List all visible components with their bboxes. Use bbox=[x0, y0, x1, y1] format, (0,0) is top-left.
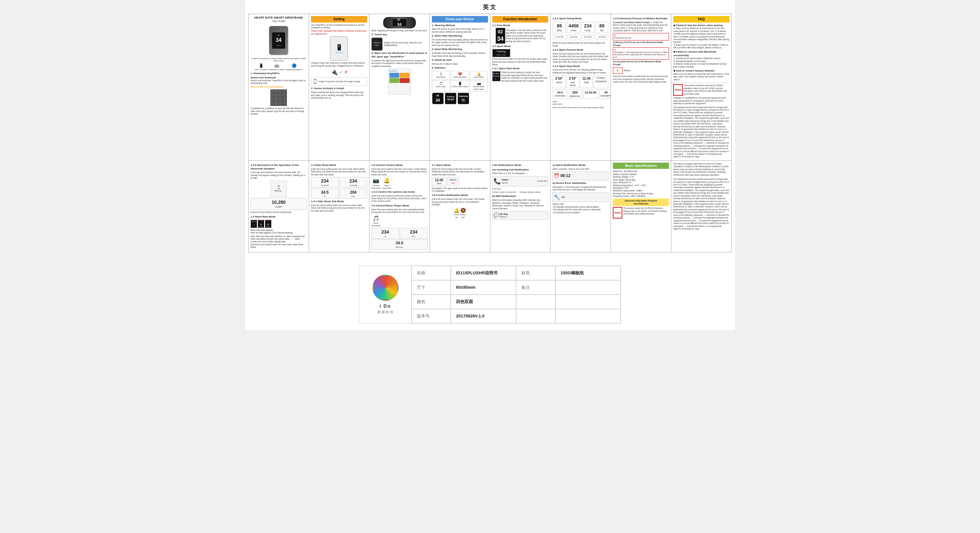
heart-before-label: Before the data appears bbox=[251, 229, 307, 232]
sport-start-desc: [Click the touch button] to switch the n… bbox=[501, 71, 549, 82]
ios-info: 📱 iOS 7.0 & Above bbox=[255, 63, 268, 71]
caller-name: Father bbox=[502, 178, 509, 181]
logo-brand: 爱 都 科 技 bbox=[377, 310, 393, 315]
label-size: 尺寸 bbox=[412, 280, 451, 294]
warning-box-2: ⚠ Description: 1. The movement mode can … bbox=[613, 47, 669, 60]
camera-cell: 1.5 Control Camera Mode [Click the touch… bbox=[369, 161, 430, 253]
sport-stop-title: 1.2.4 Sport Stop Mode bbox=[552, 65, 609, 68]
know-device-cell: Know your Device 1. Wearing Method Wear … bbox=[430, 14, 490, 161]
setting-header: Setting bbox=[311, 16, 367, 22]
faq-bt-title: ◆ Failed to connect with Bluetooth occas… bbox=[673, 50, 729, 57]
rohs-logo: RoHS bbox=[673, 84, 683, 96]
time-display: 02 34 bbox=[496, 28, 505, 44]
music-icon: 🎵 Music Hold down bbox=[371, 215, 380, 227]
activate-desc: Please activate the device by charging b… bbox=[311, 91, 367, 99]
faq-factory-desc: Make sure the device is connected with s… bbox=[673, 73, 729, 81]
mode-camera: 📷Camera Mode Switch mode bbox=[470, 80, 488, 91]
music-stat-2: 234 KCL bbox=[400, 228, 428, 239]
sport-start-display: ▶ Bike Double c... bbox=[492, 71, 500, 81]
value-color-empty bbox=[555, 294, 620, 309]
notifications-cell: 1.81 Notifications Mode a1) Incoming Cal… bbox=[490, 161, 551, 253]
camera-title: 1.5 Control Camera Mode bbox=[371, 164, 428, 167]
stranger-note: Stranger display number bbox=[519, 191, 541, 193]
caller-number: 025-45 bbox=[502, 181, 509, 184]
compliance-detail: This device complies with Part 15 of the… bbox=[673, 163, 729, 177]
intro-cell: HEART RATE SMART WRISTBAND User Guide 02… bbox=[248, 14, 309, 161]
compliance-section: RoHS This product conforms with the EU R… bbox=[673, 83, 729, 158]
data-show-cell: 1.4 Data Show Mode [Click the touch butt… bbox=[309, 161, 369, 253]
battery-warning-desc: Battery bbox=[624, 69, 630, 72]
mode-music: 🎵Music mode bbox=[432, 80, 450, 91]
touch-title: 3. Touch key bbox=[371, 33, 428, 37]
mode-heart: ❤️Heart rate Mode bbox=[451, 71, 469, 80]
exit-prompt: [Click the touch button] exit the wait p… bbox=[251, 211, 307, 213]
music-stat-1: 234 ♥ bbox=[371, 228, 399, 239]
label-name: 名称 bbox=[412, 266, 451, 280]
camera-icon-main: 📷 Camera Hold down bbox=[371, 177, 380, 189]
mode-alarm: 🔔Alarm Mode bbox=[470, 71, 488, 80]
value-name: ID115PLUSHR说明书 bbox=[451, 266, 516, 280]
sport-stop-desc: At the end of the exercise, the followin… bbox=[552, 68, 609, 74]
music-desc: [Click the touch button] enter the next … bbox=[371, 208, 428, 214]
abnormal-item-3-desc: Click the touch button to determine: the… bbox=[613, 75, 669, 83]
value-note bbox=[555, 280, 620, 294]
device-image: 02 34 ━━━━ bbox=[269, 26, 288, 55]
going-stats: 89BPM 4456STEP 234KCAL 89KM bbox=[552, 22, 609, 33]
wearing-desc: Wear the device on your wrist horizontal… bbox=[432, 28, 488, 33]
data-stat-2: 234 12:34:56 bbox=[339, 177, 367, 188]
setting-desc: Use VeryFitPro on iOS or Android smart p… bbox=[311, 24, 367, 29]
sport-display: Training Hold: OUE bbox=[492, 49, 510, 57]
music-stat-3: 34.5 204 KCL bbox=[371, 239, 428, 249]
plug-icon: 🔌 bbox=[331, 68, 338, 76]
warning-box-1: ⚠ Pop timeout Quit 3Ss bbox=[613, 33, 669, 41]
qr-note: It probably has a problem to open the li… bbox=[251, 107, 307, 115]
data-show-desc: [Click the touch button] enter the next … bbox=[311, 168, 367, 176]
device-error-desc: Description: In the discovery of equipme… bbox=[552, 186, 609, 191]
error-codes: Status code: -02 indicates accelerometer… bbox=[552, 203, 609, 214]
value-color: 四色双面 bbox=[451, 294, 516, 309]
search-download: Search and download bbox=[251, 76, 307, 80]
bottom-table-section: i Do 爱 都 科 技 名称 ID115PLUSHR说明书 材质 105G铜板… bbox=[248, 262, 732, 327]
abnormal-title: 1.2.5 Abnormal Process of Motion Reminde… bbox=[613, 17, 669, 21]
fcc-text: This equipment has been tested and found… bbox=[673, 106, 729, 158]
fcc-detail: This equipment has been tested and found… bbox=[673, 178, 729, 230]
hr-monitor-title: 2. Heart Rate Monitoring bbox=[432, 34, 488, 38]
charging-note: Charger Plug it into USB port to charge … bbox=[311, 62, 367, 67]
phone-image: 📱 VeryFitPro bbox=[330, 36, 348, 61]
alarm-notif-title: c) Alarm Notification Mode bbox=[552, 164, 609, 167]
android-info: 🤖 Android4.4 & Above bbox=[269, 63, 285, 71]
compliance-detail-cell: This device complies with Part 15 of the… bbox=[671, 161, 732, 253]
abnormal-cell: 1.2.5 Abnormal Process of Motion Reminde… bbox=[611, 14, 671, 161]
user-guide-label: User Guide bbox=[251, 20, 307, 23]
camera-sub-title: 1.5.1 Control the camera sub mode bbox=[371, 190, 428, 194]
sms-title: b) SMS Notification bbox=[492, 195, 549, 198]
standby-desc: Normal use of about 8 days bbox=[432, 63, 488, 65]
download-title: 1. Download VeryFitPro bbox=[251, 72, 307, 75]
hr-monitor-desc: To monitor Heart rate accurately, please… bbox=[432, 38, 488, 47]
sport-mode-desc: [Press the touch button for 2s] enter th… bbox=[492, 58, 549, 66]
double-click-label: Double-click bbox=[537, 180, 547, 182]
value-version-empty bbox=[555, 309, 620, 323]
waiting-screen: ⌛ Waiting... bbox=[270, 181, 287, 197]
incoming-desc: When there is a call, it is displayed bbox=[492, 172, 549, 175]
going-times: 12:34:56 12:34:56 12:34:56 12:34:56 bbox=[552, 34, 609, 40]
sms-display: 💬 Mr Nop Where a bbox=[492, 211, 549, 220]
bt-title: 4. Make sure the Bluetooth of smart phon… bbox=[371, 52, 428, 59]
watch-face-2: Training00:00 bbox=[445, 93, 457, 104]
bottom-content: i Do 爱 都 科 技 名称 ID115PLUSHR说明书 材质 105G铜板… bbox=[359, 266, 621, 324]
heart-after: ♥ 89 BPM bbox=[265, 220, 272, 228]
function-header: Function Introduction bbox=[492, 16, 549, 22]
battery-warning: 🔋 bbox=[613, 67, 623, 74]
download-desc: Search and download "VeryFitPro" from th… bbox=[251, 80, 307, 85]
alarm-cell: 1.7 Alarm Mode [Click the touch button] … bbox=[430, 161, 490, 253]
bt-info: 🔵 Support Bluetooth4.0 bbox=[286, 63, 303, 71]
faq-factory-title: ◆ How to restore factory defaults bbox=[673, 69, 729, 73]
setting-note: Please note: Hardware and system of devi… bbox=[311, 30, 367, 35]
basic-specs-cell: Basic Specifications Model No.: ID115Plu… bbox=[611, 161, 671, 253]
watch-face-1: 0234 bbox=[432, 93, 444, 104]
label-version-empty bbox=[516, 309, 555, 323]
rohs-note: The device meets the EU ROHS Directive. … bbox=[623, 207, 669, 215]
heart-before: Before → bbox=[251, 220, 257, 228]
camera-sub-desc: [Click the touch button] control the cam… bbox=[371, 195, 428, 203]
sms-content: Where a bbox=[500, 216, 508, 218]
